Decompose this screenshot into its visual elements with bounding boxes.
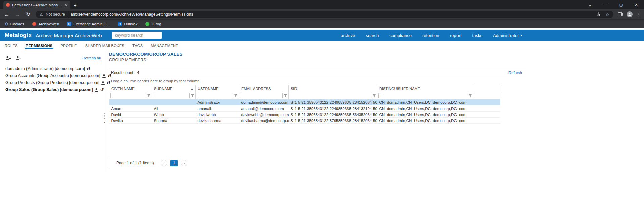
bookmark-exchange-admin[interactable]: ⊞ Exchange Admin C...	[67, 22, 109, 26]
refresh-all-link[interactable]: Refresh all	[82, 56, 101, 60]
user-menu[interactable]: Administrator ▾	[493, 33, 522, 38]
filter-funnel-icon[interactable]	[147, 94, 151, 98]
group-members-panel: DEMOCORP.COM\GROUP SALES GROUP MEMBERS R…	[106, 49, 526, 168]
members-table: GIVEN NAME SURNAME▲ USERNAME EMAIL ADDRE…	[109, 85, 500, 124]
bookmarks-bar: ⚙ Cookies ArchiveWeb ⊞ Exchange Admin C.…	[0, 19, 644, 28]
page-subtitle: GROUP MEMBERS	[109, 58, 526, 62]
browser-toolbar: ← → ↻ ⚠ Not secure amxserver.democorp.co…	[0, 9, 644, 19]
back-button[interactable]: ←	[3, 12, 10, 17]
chevron-down-icon: ▾	[520, 34, 522, 37]
tab-profile[interactable]: PROFILE	[60, 42, 78, 49]
column-header-given-name[interactable]: GIVEN NAME	[109, 85, 152, 92]
filter-username-input[interactable]	[197, 93, 233, 98]
column-header-username[interactable]: USERNAME	[196, 85, 239, 92]
browser-tab[interactable]: Permissions - Archive Manager A ✕	[3, 1, 70, 9]
tab-permissions[interactable]: PERMISSIONS	[25, 42, 53, 49]
filter-email-input[interactable]	[240, 93, 283, 98]
content-area: Refresh all domadmin (Administrator) [de…	[0, 49, 644, 211]
app-header: Metalogix Archive Manager ArchiveWeb arc…	[0, 30, 644, 41]
sort-ascending-icon: ▲	[191, 87, 193, 90]
filter-funnel-icon[interactable]	[191, 94, 194, 98]
nav-report[interactable]: report	[450, 33, 462, 38]
tab-search-icon[interactable]: ⌄	[582, 0, 598, 9]
nav-tasks[interactable]: tasks	[472, 33, 482, 38]
archiveweb-icon	[32, 22, 36, 26]
bookmark-outlook[interactable]: O Outlook	[118, 22, 138, 26]
list-item-group-products[interactable]: Group Products (Group Products) [democor…	[5, 79, 101, 86]
table-row-aman-ali[interactable]: Aman Ali amanali amanali@democorp.com S-…	[109, 106, 500, 112]
filter-given-name-input[interactable]	[110, 93, 146, 98]
window-minimize-button[interactable]: —	[598, 0, 613, 9]
share-icon[interactable]	[596, 12, 601, 17]
filter-funnel-icon[interactable]	[234, 94, 238, 98]
window-maximize-button[interactable]: ▢	[613, 0, 629, 9]
column-header-distinguished-name[interactable]: DISTINGUISHED NAME	[377, 85, 473, 92]
nav-search[interactable]: search	[366, 33, 379, 38]
person-icon	[94, 88, 98, 92]
column-header-surname[interactable]: SURNAME▲	[152, 85, 196, 92]
result-count-label: Result count:	[111, 70, 135, 75]
current-page-button[interactable]: 1	[170, 160, 178, 166]
list-item-group-accounts[interactable]: Group Accounts (Group Accounts) [democor…	[5, 72, 101, 79]
jfrog-icon	[145, 22, 149, 26]
sync-permissions-icon[interactable]: ↺	[87, 67, 90, 71]
exchange-admin-icon: ⊞	[67, 22, 71, 26]
filter-sid-input[interactable]	[290, 93, 371, 98]
keyword-search-input[interactable]	[112, 32, 162, 39]
pager-label: Page 1 of 1 (1 items)	[116, 161, 154, 165]
permission-list: domadmin (Administrator) [democorp.com] …	[5, 65, 101, 93]
reload-button[interactable]: ↻	[25, 11, 32, 17]
bookmark-jfrog[interactable]: JFrog	[145, 22, 161, 26]
collapse-panel-icon[interactable]: ◂	[104, 120, 105, 124]
window-close-button[interactable]: ✕	[629, 0, 644, 9]
profile-avatar[interactable]	[627, 11, 633, 17]
browser-window: Permissions - Archive Manager A ✕ + ⌄ — …	[0, 0, 644, 211]
refresh-link[interactable]: Refresh	[508, 71, 522, 75]
column-header-sid[interactable]: SID	[289, 85, 377, 92]
filter-funnel-icon[interactable]	[372, 94, 376, 98]
remove-user-icon[interactable]	[16, 56, 21, 61]
side-panel-icon[interactable]	[618, 12, 623, 16]
browser-menu-icon[interactable]: ⋮	[637, 12, 641, 17]
tab-management[interactable]: MANAGEMENT	[150, 42, 179, 49]
tab-close-icon[interactable]: ✕	[65, 3, 68, 7]
add-user-icon[interactable]	[5, 56, 11, 61]
table-header-row: GIVEN NAME SURNAME▲ USERNAME EMAIL ADDRE…	[109, 85, 500, 92]
tab-shared-mailboxes[interactable]: SHARED MAILBOXES	[85, 42, 125, 49]
gear-icon: ⚙	[5, 22, 8, 26]
bookmark-archiveweb[interactable]: ArchiveWeb	[32, 22, 59, 26]
new-tab-button[interactable]: +	[74, 2, 77, 8]
splitter-drag-handle[interactable]	[104, 113, 105, 114]
filter-surname-input[interactable]	[153, 93, 190, 98]
nav-compliance[interactable]: compliance	[389, 33, 412, 38]
bookmark-cookies[interactable]: ⚙ Cookies	[5, 22, 24, 26]
column-header-empty	[473, 85, 500, 92]
filter-funnel-icon[interactable]	[284, 94, 287, 98]
app-title: Archive Manager ArchiveWeb	[36, 33, 102, 38]
group-by-panel[interactable]: Drag a column header here to group by th…	[109, 77, 526, 85]
filter-funnel-icon[interactable]	[468, 94, 472, 98]
forward-button[interactable]: →	[14, 12, 21, 17]
nav-retention[interactable]: retention	[422, 33, 439, 38]
person-icon	[628, 12, 632, 16]
panel-splitter[interactable]: ◂	[103, 49, 106, 172]
brand-logo: Metalogix	[5, 32, 32, 39]
list-item-domadmin[interactable]: domadmin (Administrator) [democorp.com] …	[5, 65, 101, 72]
url-divider	[68, 12, 68, 16]
not-secure-icon[interactable]: ⚠	[40, 12, 43, 17]
settings-tabs: ROLES PERMISSIONS PROFILE SHARED MAILBOX…	[0, 41, 644, 49]
tab-tags[interactable]: TAGS	[132, 42, 143, 49]
previous-page-button[interactable]: ‹	[161, 160, 167, 166]
nav-archive[interactable]: archive	[341, 33, 355, 38]
bookmark-star-icon[interactable]: ☆	[605, 12, 609, 17]
page-title: DEMOCORP.COM\GROUP SALES	[109, 52, 526, 57]
filter-distinguished-name-input[interactable]	[378, 93, 467, 98]
tab-roles[interactable]: ROLES	[4, 42, 18, 49]
next-page-button[interactable]: ›	[181, 160, 187, 166]
table-row-administrator[interactable]: Administrator domadmin@democorp.com S-1-…	[109, 99, 500, 106]
list-item-group-sales-selected[interactable]: Group Sales (Group Sales) [democorp.com]…	[5, 86, 101, 93]
column-header-email[interactable]: EMAIL ADDRESS	[239, 85, 289, 92]
table-row-devika-sharma[interactable]: Devika Sharma devikasharma devikasharma@…	[109, 118, 500, 124]
table-row-david-webb[interactable]: David Webb davidwebb davidwebb@democorp.…	[109, 112, 500, 118]
address-bar[interactable]: ⚠ Not secure amxserver.democorp.com/Arch…	[36, 11, 613, 18]
